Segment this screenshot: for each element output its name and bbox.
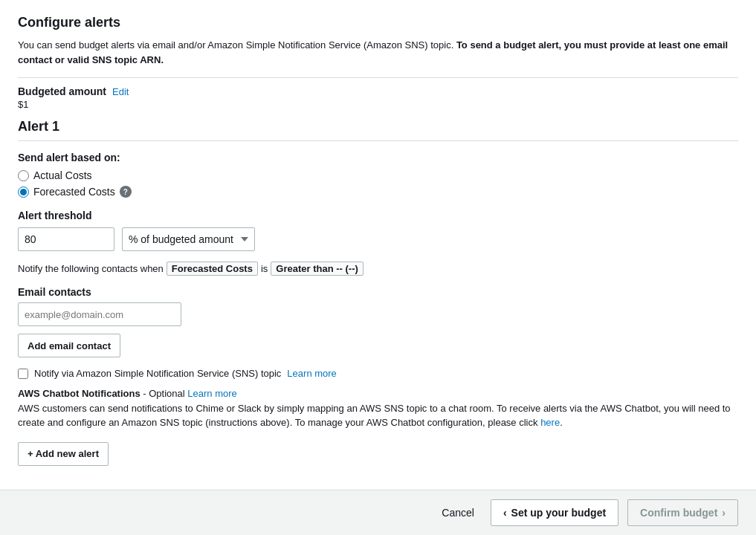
threshold-row: % of budgeted amount	[18, 227, 738, 251]
budgeted-amount-value: $1	[18, 99, 738, 110]
threshold-input[interactable]	[18, 227, 114, 251]
alert-threshold-label: Alert threshold	[18, 210, 738, 221]
forecasted-costs-option[interactable]: Forecasted Costs ?	[18, 186, 738, 198]
email-input[interactable]	[18, 302, 181, 326]
radio-group: Actual Costs Forecasted Costs ?	[18, 169, 738, 198]
forecasted-costs-badge: Forecasted Costs	[167, 262, 258, 276]
forecasted-costs-help-icon[interactable]: ?	[120, 186, 132, 198]
budgeted-amount-label: Budgeted amount	[18, 85, 106, 97]
chatbot-title: AWS Chatbot Notifications	[18, 388, 140, 399]
description: You can send budget alerts via email and…	[18, 38, 738, 67]
footer-bar: Cancel ‹ Set up your budget Confirm budg…	[0, 490, 756, 535]
setup-budget-button[interactable]: ‹ Set up your budget	[491, 499, 618, 526]
sns-checkbox[interactable]	[18, 369, 28, 379]
chatbot-learn-more-link[interactable]: Learn more	[187, 388, 236, 399]
email-contacts-label: Email contacts	[18, 286, 738, 298]
main-content: Configure alerts You can send budget ale…	[0, 0, 756, 490]
confirm-budget-button: Confirm budget ›	[627, 499, 738, 526]
page-title: Configure alerts	[18, 15, 738, 30]
actual-costs-radio[interactable]	[18, 170, 29, 181]
cancel-button[interactable]: Cancel	[434, 502, 482, 523]
edit-link[interactable]: Edit	[112, 86, 129, 97]
threshold-type-dropdown[interactable]: % of budgeted amount	[122, 227, 255, 251]
alert-section-title: Alert 1	[18, 119, 738, 134]
top-divider	[18, 77, 738, 78]
greater-than-badge: Greater than -- (--)	[271, 262, 364, 276]
sns-learn-more-link[interactable]: Learn more	[287, 368, 336, 379]
send-alert-label: Send alert based on:	[18, 152, 738, 163]
chatbot-here-link[interactable]: here	[540, 417, 560, 428]
notify-text: Notify the following contacts when Forec…	[18, 262, 738, 276]
chevron-left-icon: ‹	[503, 507, 507, 519]
sns-label: Notify via Amazon Simple Notification Se…	[34, 368, 281, 379]
forecasted-costs-radio[interactable]	[18, 187, 29, 198]
chatbot-section: AWS Chatbot Notifications - Optional Lea…	[18, 386, 738, 430]
budgeted-amount-row: Budgeted amount Edit	[18, 85, 738, 97]
actual-costs-label: Actual Costs	[33, 169, 92, 181]
section-divider	[18, 140, 738, 141]
chevron-right-icon: ›	[722, 507, 726, 519]
add-email-button[interactable]: Add email contact	[18, 334, 120, 357]
actual-costs-option[interactable]: Actual Costs	[18, 169, 738, 181]
sns-row: Notify via Amazon Simple Notification Se…	[18, 368, 738, 379]
forecasted-costs-label: Forecasted Costs	[33, 186, 115, 198]
add-new-alert-button[interactable]: + Add new alert	[18, 442, 109, 466]
